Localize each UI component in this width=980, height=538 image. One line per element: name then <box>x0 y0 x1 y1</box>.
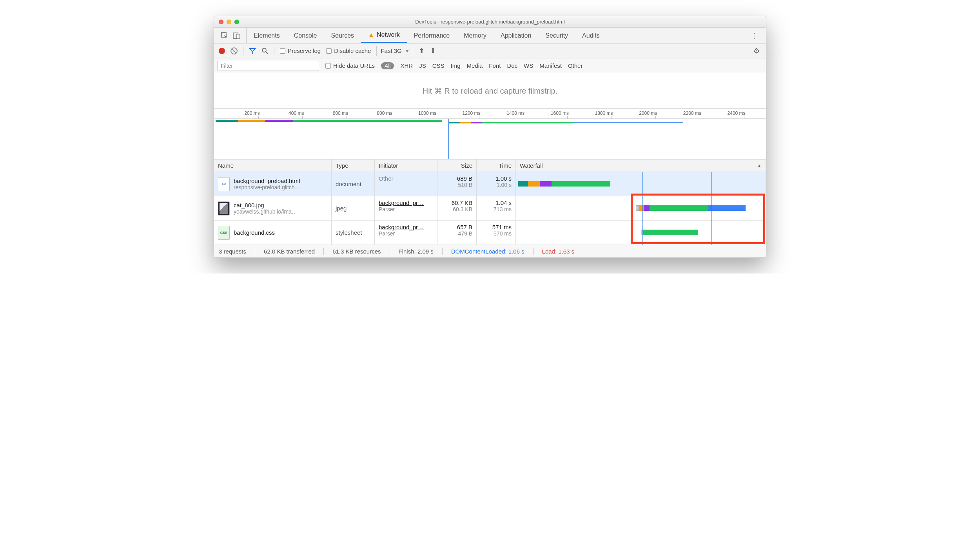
kebab-menu-icon[interactable]: ⋮ <box>744 31 764 40</box>
header-time[interactable]: Time <box>477 159 516 172</box>
filter-type-js[interactable]: JS <box>419 62 426 69</box>
svg-line-4 <box>266 52 268 54</box>
table-headers: Name Type Initiator Size Time Waterfall▲ <box>214 159 766 172</box>
record-button[interactable] <box>219 48 225 54</box>
main-tabs: Elements Console Sources ▲ Network Perfo… <box>214 28 766 43</box>
device-toggle-icon[interactable] <box>233 32 241 39</box>
upload-icon[interactable]: ⬆ <box>419 47 425 55</box>
filter-type-manifest[interactable]: Manifest <box>539 62 562 69</box>
filter-type-media[interactable]: Media <box>467 62 483 69</box>
table-row[interactable]: <> background_preload.html responsive-pr… <box>214 172 766 196</box>
settings-icon[interactable]: ⚙ <box>753 47 761 55</box>
status-requests: 3 requests <box>219 248 246 255</box>
table-row[interactable]: cat_800.jpg yoavweiss.github.io/ima… jpe… <box>214 196 766 221</box>
status-transferred: 62.0 KB transferred <box>264 248 315 255</box>
table-row[interactable]: CSS background.css stylesheet background… <box>214 221 766 245</box>
warning-icon: ▲ <box>368 31 374 38</box>
html-file-icon: <> <box>218 177 230 191</box>
status-dcl: DOMContentLoaded: 1.06 s <box>451 248 524 255</box>
filter-type-all[interactable]: All <box>381 62 394 69</box>
timeline-ruler: 200 ms 400 ms 600 ms 800 ms 1000 ms 1200… <box>214 109 766 119</box>
tab-security[interactable]: Security <box>538 28 575 43</box>
waterfall-cell <box>516 221 766 245</box>
filmstrip-hint: Hit ⌘ R to reload and capture filmstrip. <box>214 73 766 109</box>
header-initiator[interactable]: Initiator <box>375 159 437 172</box>
filter-type-img[interactable]: Img <box>450 62 460 69</box>
waterfall-cell <box>516 172 766 196</box>
search-icon[interactable] <box>261 47 269 54</box>
filter-type-ws[interactable]: WS <box>524 62 533 69</box>
status-resources: 61.3 KB resources <box>332 248 381 255</box>
tab-console[interactable]: Console <box>287 28 324 43</box>
filter-icon[interactable] <box>249 47 256 54</box>
filter-input[interactable] <box>217 61 319 71</box>
status-finish: Finish: 2.09 s <box>399 248 434 255</box>
hide-data-urls-checkbox[interactable]: Hide data URLs <box>325 62 375 69</box>
image-file-icon <box>218 201 230 216</box>
status-bar: 3 requests 62.0 KB transferred 61.3 KB r… <box>214 245 766 257</box>
tab-memory[interactable]: Memory <box>457 28 494 43</box>
dcl-line <box>642 172 642 245</box>
filter-type-other[interactable]: Other <box>568 62 583 69</box>
network-toolbar: Preserve log Disable cache Fast 3G ▾ ⬆ ⬇… <box>214 43 766 58</box>
tab-elements[interactable]: Elements <box>247 28 287 43</box>
sort-arrow-icon: ▲ <box>757 163 762 168</box>
filter-type-css[interactable]: CSS <box>432 62 445 69</box>
header-type[interactable]: Type <box>332 159 375 172</box>
filter-bar: Hide data URLs All XHR JS CSS Img Media … <box>214 58 766 73</box>
chevron-down-icon: ▾ <box>406 47 409 54</box>
status-load: Load: 1.63 s <box>542 248 575 255</box>
tab-application[interactable]: Application <box>494 28 538 43</box>
svg-rect-2 <box>237 34 240 39</box>
disable-cache-checkbox[interactable]: Disable cache <box>326 47 371 54</box>
request-list: <> background_preload.html responsive-pr… <box>214 172 766 245</box>
tab-network[interactable]: ▲ Network <box>361 28 407 43</box>
download-icon[interactable]: ⬇ <box>430 47 436 55</box>
tab-sources[interactable]: Sources <box>324 28 361 43</box>
header-waterfall[interactable]: Waterfall▲ <box>516 159 766 172</box>
titlebar: DevTools - responsive-preload.glitch.me/… <box>214 16 766 28</box>
throttling-select[interactable]: Fast 3G ▾ <box>376 46 413 56</box>
timeline-overview[interactable]: 200 ms 400 ms 600 ms 800 ms 1000 ms 1200… <box>214 109 766 159</box>
waterfall-cell <box>516 196 766 220</box>
css-file-icon: CSS <box>218 226 230 240</box>
tab-audits[interactable]: Audits <box>575 28 606 43</box>
window-title: DevTools - responsive-preload.glitch.me/… <box>214 19 766 25</box>
filter-type-font[interactable]: Font <box>489 62 501 69</box>
load-marker <box>574 119 574 159</box>
inspect-icon[interactable] <box>221 32 228 39</box>
svg-point-3 <box>262 48 266 52</box>
devtools-window: DevTools - responsive-preload.glitch.me/… <box>214 16 766 258</box>
preserve-log-checkbox[interactable]: Preserve log <box>280 47 321 54</box>
filter-type-xhr[interactable]: XHR <box>400 62 413 69</box>
tab-performance[interactable]: Performance <box>407 28 457 43</box>
dcl-marker <box>448 119 449 159</box>
clear-button[interactable] <box>230 47 238 54</box>
header-size[interactable]: Size <box>437 159 477 172</box>
load-line <box>711 172 711 245</box>
filter-type-doc[interactable]: Doc <box>507 62 517 69</box>
header-name[interactable]: Name <box>214 159 332 172</box>
